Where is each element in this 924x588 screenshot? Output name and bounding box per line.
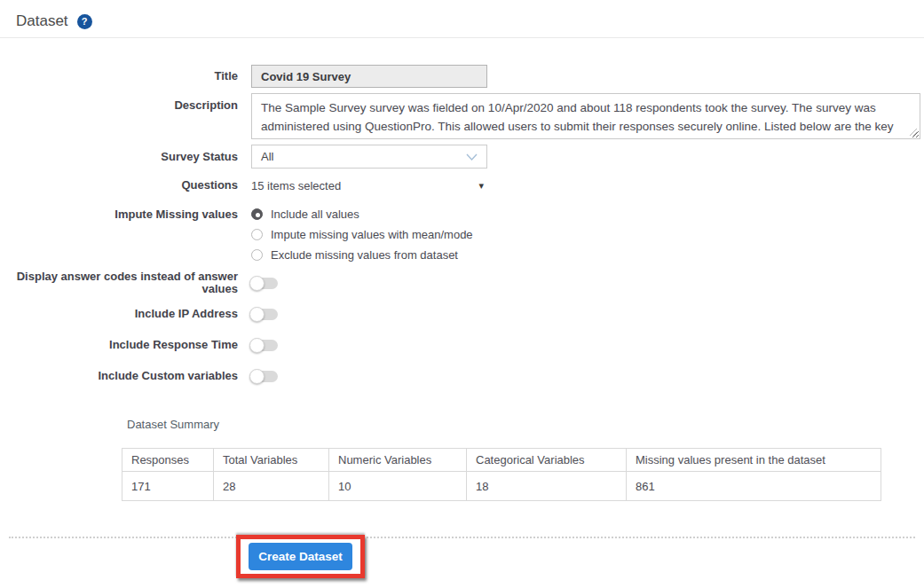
dataset-form: Title Description The Sample Survey surv… [0,65,924,382]
radio-unselected-icon [251,229,263,240]
questions-label: Questions [0,179,238,192]
radio-option-label: Exclude missing values from dataset [271,248,458,262]
create-dataset-button[interactable]: Create Dataset [249,543,352,570]
include-custom-variables-toggle[interactable] [251,371,278,382]
toggle-knob [249,276,265,291]
include-ip-address-label: Include IP Address [0,308,238,320]
include-response-time-row: Include Response Time [0,339,924,351]
include-response-time-label: Include Response Time [0,339,238,351]
display-answer-codes-toggle[interactable] [251,278,278,289]
questions-multiselect[interactable]: 15 items selected ▾ [251,179,484,192]
include-response-time-toggle[interactable] [251,340,278,351]
include-custom-variables-label: Include Custom variables [0,370,238,382]
description-textarea[interactable]: The Sample Survey survey was fielded on … [251,93,920,139]
questions-row: Questions 15 items selected ▾ [0,177,924,193]
toggle-knob [249,338,265,353]
annotation-highlight-box: Create Dataset [236,535,365,578]
survey-status-row: Survey Status All [0,145,924,169]
column-header-responses: Responses [122,449,214,472]
include-ip-address-row: Include IP Address [0,308,924,320]
survey-status-select[interactable]: All [251,145,487,169]
radio-option-exclude-missing[interactable]: Exclude missing values from dataset [251,245,473,265]
dataset-summary-table: Responses Total Variables Numeric Variab… [122,448,881,501]
survey-status-value: All [261,150,273,163]
include-ip-address-toggle[interactable] [251,309,278,320]
radio-option-label: Include all values [271,208,359,221]
dataset-summary-heading: Dataset Summary [127,418,924,431]
missing-values-value: 861 [627,472,881,501]
chevron-down-icon [466,153,478,161]
responses-value: 171 [122,472,214,501]
description-label: Description [0,93,238,112]
column-header-missing-values: Missing values present in the dataset [627,449,881,472]
description-row: Description The Sample Survey survey was… [0,93,924,139]
categorical-variables-value: 18 [467,472,627,501]
toggle-knob [249,369,265,384]
radio-option-impute-mean-mode[interactable]: Impute missing values with mean/mode [251,224,473,245]
impute-label: Impute Missing values [0,204,238,221]
impute-radio-group: Include all values Impute missing values… [251,204,473,265]
radio-selected-icon [251,208,263,220]
help-icon[interactable]: ? [77,14,92,29]
questions-selected-count: 15 items selected [251,179,341,192]
header-divider [0,37,924,38]
dataset-summary-section: Dataset Summary Responses Total Variable… [0,418,924,501]
column-header-categorical-variables: Categorical Variables [467,449,627,472]
table-row: 171 28 10 18 861 [122,472,881,501]
total-variables-value: 28 [214,472,329,501]
toggle-knob [249,307,265,322]
survey-status-label: Survey Status [0,151,238,163]
display-answer-codes-row: Display answer codes instead of answer v… [0,277,924,289]
radio-unselected-icon [251,249,263,261]
page-header: Dataset ? [0,0,924,30]
column-header-numeric-variables: Numeric Variables [329,449,467,472]
title-input[interactable] [251,65,487,88]
page-title: Dataset [16,12,68,30]
table-header-row: Responses Total Variables Numeric Variab… [122,449,881,472]
caret-down-icon: ▾ [478,181,484,191]
title-label: Title [0,70,238,82]
impute-row: Impute Missing values Include all values… [0,204,924,265]
radio-option-label: Impute missing values with mean/mode [271,228,473,241]
include-custom-variables-row: Include Custom variables [0,370,924,382]
numeric-variables-value: 10 [329,472,467,501]
display-answer-codes-label: Display answer codes instead of answer v… [0,270,238,295]
title-row: Title [0,65,924,88]
radio-option-include-all[interactable]: Include all values [251,204,473,224]
column-header-total-variables: Total Variables [214,449,329,472]
footer-divider [9,537,915,538]
